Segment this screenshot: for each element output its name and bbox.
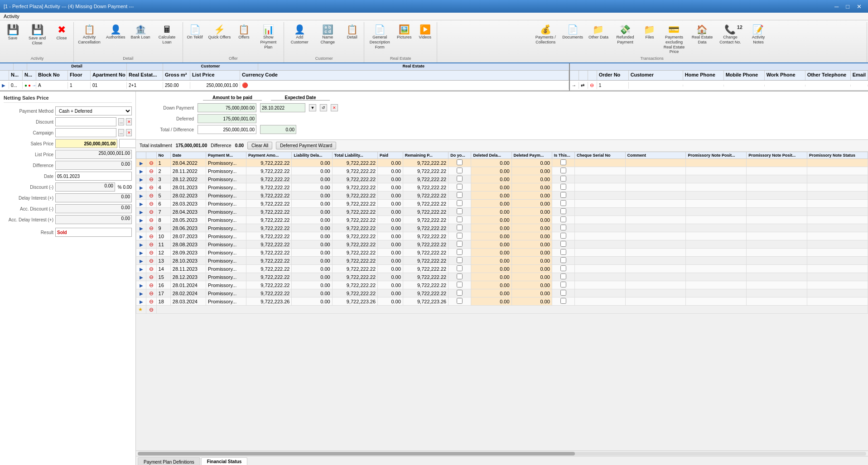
authorities-button[interactable]: 👤 Authorities [104, 23, 128, 42]
delete-row-icon[interactable]: ⊖ [149, 290, 154, 297]
cell-do-yo[interactable] [448, 249, 471, 257]
cell-delete[interactable]: ⊖ [146, 167, 156, 175]
bank-loan-button[interactable]: 🏦 Bank Loan [129, 23, 153, 42]
cell-do-yo[interactable] [448, 167, 471, 175]
cell-delete[interactable]: ⊖ [146, 273, 156, 281]
do-yo-checkbox[interactable] [457, 208, 463, 214]
cell-is-this[interactable] [552, 273, 574, 281]
payment-method-select[interactable]: Cash + Deferred [55, 106, 132, 115]
payments-excl-button[interactable]: 💳 Payments excluding Real Estate Price [661, 23, 688, 56]
cell-delete[interactable]: ⊖ [146, 175, 156, 183]
delete-row-icon[interactable]: ⊖ [149, 274, 154, 280]
cell-delete[interactable]: ⊖ [146, 200, 156, 208]
change-contact-button[interactable]: 📞 12 Change Contact No. [717, 23, 744, 47]
delete-row-icon[interactable]: ⊖ [149, 192, 154, 199]
do-yo-checkbox[interactable] [457, 233, 463, 239]
cell-delete[interactable]: ⊖ [146, 159, 156, 167]
is-this-checkbox[interactable] [560, 233, 566, 239]
delete-row-icon[interactable]: ⊖ [149, 217, 154, 223]
minimize-button[interactable]: ─ [832, 2, 841, 11]
cell-is-this[interactable] [552, 249, 574, 257]
cell-delete[interactable]: ⊖ [146, 240, 156, 249]
detail-button[interactable]: 📋 Detail [342, 23, 362, 42]
cell-do-yo[interactable] [448, 240, 471, 249]
cell-is-this[interactable] [552, 240, 574, 249]
campaign-browse-btn[interactable]: ... [118, 129, 124, 136]
discount-browse-btn[interactable]: ... [118, 118, 124, 125]
new-row-delete-icon[interactable]: ⊖ [149, 307, 154, 313]
do-yo-checkbox[interactable] [457, 282, 463, 288]
general-desc-button[interactable]: 📄 General Description Form [366, 23, 393, 51]
cell-do-yo[interactable] [448, 208, 471, 216]
is-this-checkbox[interactable] [560, 208, 566, 214]
deferred-wizard-button[interactable]: Deferred Payment Wizard [276, 142, 336, 149]
on-teklif-button[interactable]: 📄 On Teklif [185, 23, 205, 42]
quick-offers-button[interactable]: ⚡ Quick Offers [206, 23, 233, 42]
calculate-loan-button[interactable]: 🖩 Calculate Loan [154, 23, 181, 47]
real-estate-data-button[interactable]: 🏠 Real Estate Data [689, 23, 716, 47]
delete-row-icon[interactable]: ⊖ [149, 184, 154, 191]
cell-do-yo[interactable] [448, 257, 471, 265]
do-yo-checkbox[interactable] [457, 298, 463, 304]
cell-delete[interactable]: ⊖ [146, 183, 156, 192]
do-yo-checkbox[interactable] [457, 257, 463, 263]
cell-new-del[interactable]: ⊖ [146, 306, 156, 314]
delete-row-icon[interactable]: ⊖ [149, 209, 154, 215]
delete-row-icon[interactable]: ⊖ [149, 233, 154, 240]
refunded-payment-button[interactable]: 💸 Refunded Payment [612, 23, 639, 47]
delete-row-icon[interactable]: ⊖ [149, 168, 154, 174]
tab-payment-plan[interactable]: Payment Plan Definitions [138, 457, 200, 465]
cell-delete[interactable]: ⊖ [146, 281, 156, 289]
is-this-checkbox[interactable] [560, 273, 566, 279]
cell-do-yo[interactable] [448, 232, 471, 240]
cell-is-this[interactable] [552, 289, 574, 297]
down-payment-refresh-btn[interactable]: ↺ [320, 104, 327, 111]
do-yo-checkbox[interactable] [457, 290, 463, 296]
cell-do-yo[interactable] [448, 265, 471, 273]
cell-do-yo[interactable] [448, 297, 471, 306]
date-input[interactable] [55, 172, 132, 181]
delete-row-icon[interactable]: ⊖ [149, 225, 154, 231]
close-button[interactable]: ✖ Close [52, 23, 72, 43]
cell-is-this[interactable] [552, 265, 574, 273]
clear-all-button[interactable]: Clear All [247, 142, 272, 149]
do-yo-checkbox[interactable] [457, 176, 463, 182]
delete-row-icon[interactable]: ⊖ [149, 282, 154, 288]
delete-row-icon[interactable]: ⊖ [149, 201, 154, 207]
cell-do-yo[interactable] [448, 159, 471, 167]
delete-row-icon[interactable]: ⊖ [149, 241, 154, 248]
do-yo-checkbox[interactable] [457, 192, 463, 198]
cell-delete[interactable]: ⊖ [146, 289, 156, 297]
cell-is-this[interactable] [552, 167, 574, 175]
cell-delete[interactable]: ⊖ [146, 257, 156, 265]
do-yo-checkbox[interactable] [457, 184, 463, 190]
sales-price-input[interactable] [55, 139, 117, 148]
is-this-checkbox[interactable] [560, 159, 566, 165]
sales-price-currency[interactable] [119, 139, 136, 148]
cell-do-yo[interactable] [448, 192, 471, 200]
is-this-checkbox[interactable] [560, 257, 566, 263]
delete-row-icon[interactable]: ⊖ [149, 298, 154, 305]
is-this-checkbox[interactable] [560, 192, 566, 198]
cell-delete[interactable]: ⊖ [146, 192, 156, 200]
delete-row-icon[interactable]: ⊖ [149, 160, 154, 166]
videos-button[interactable]: ▶️ Videos [415, 23, 435, 42]
discount-input[interactable] [55, 117, 116, 126]
is-this-checkbox[interactable] [560, 200, 566, 206]
name-change-button[interactable]: 🔡 Name Change [314, 23, 341, 47]
do-yo-checkbox[interactable] [457, 241, 463, 247]
is-this-checkbox[interactable] [560, 168, 566, 173]
cell-do-yo[interactable] [448, 216, 471, 224]
cell-do-yo[interactable] [448, 200, 471, 208]
is-this-checkbox[interactable] [560, 290, 566, 296]
deferred-amount[interactable] [198, 114, 256, 123]
total-amount[interactable] [198, 125, 256, 134]
cell-do-yo[interactable] [448, 224, 471, 232]
add-customer-button[interactable]: 👤 Add Customer [286, 23, 313, 47]
offers-button[interactable]: 📋 Offers [234, 23, 254, 42]
cell-do-yo[interactable] [448, 183, 471, 192]
result-input[interactable] [55, 228, 132, 237]
cell-is-this[interactable] [552, 297, 574, 306]
delete-row-icon[interactable]: ⊖ [149, 176, 154, 182]
cell-delete[interactable]: ⊖ [146, 208, 156, 216]
